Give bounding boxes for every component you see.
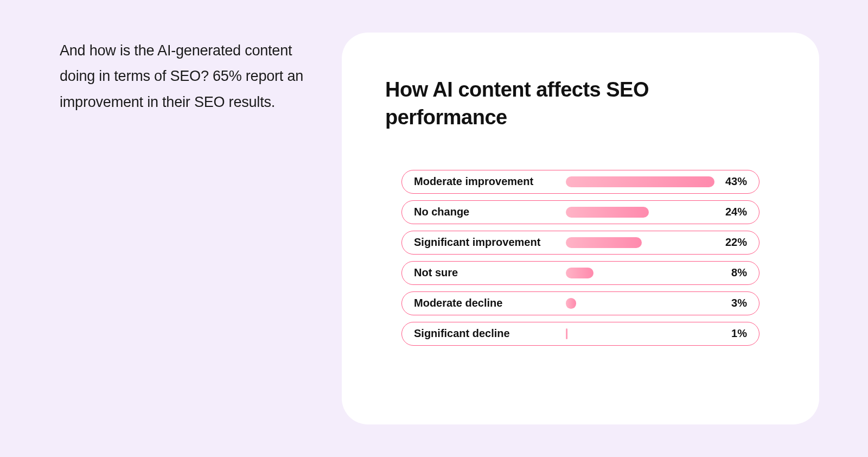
- bar-fill: [566, 207, 649, 218]
- bar-label: Moderate improvement: [414, 175, 566, 188]
- chart-bars: Moderate improvement43%No change24%Signi…: [385, 170, 776, 346]
- bar-fill: [566, 176, 714, 187]
- bar-fill: [566, 237, 642, 248]
- bar-track: [566, 201, 714, 224]
- bar-label: Not sure: [414, 266, 566, 279]
- bar-label: Significant decline: [414, 327, 566, 340]
- bar-row: Significant decline1%: [401, 322, 760, 346]
- bar-fill: [566, 328, 567, 339]
- bar-row: Not sure8%: [401, 261, 760, 285]
- chart-card: How AI content affects SEO performance M…: [342, 33, 819, 424]
- bar-row: No change24%: [401, 200, 760, 224]
- bar-row: Significant improvement22%: [401, 231, 760, 255]
- page-container: And how is the AI-generated content doin…: [0, 0, 868, 457]
- bar-track: [566, 322, 714, 345]
- bar-fill: [566, 268, 593, 278]
- bar-label: Moderate decline: [414, 297, 566, 309]
- chart-title: How AI content affects SEO performance: [385, 76, 776, 132]
- bar-value: 1%: [714, 327, 747, 340]
- bar-value: 43%: [714, 175, 747, 188]
- bar-value: 24%: [714, 206, 747, 218]
- bar-track: [566, 231, 714, 254]
- intro-column: And how is the AI-generated content doin…: [60, 33, 309, 424]
- bar-row: Moderate decline3%: [401, 291, 760, 315]
- bar-track: [566, 170, 714, 193]
- bar-track: [566, 262, 714, 284]
- bar-value: 3%: [714, 297, 747, 309]
- intro-text: And how is the AI-generated content doin…: [60, 38, 309, 115]
- bar-label: Significant improvement: [414, 236, 566, 249]
- bar-label: No change: [414, 206, 566, 218]
- bar-fill: [566, 298, 576, 309]
- bar-value: 8%: [714, 266, 747, 279]
- bar-value: 22%: [714, 236, 747, 249]
- bar-track: [566, 292, 714, 315]
- bar-row: Moderate improvement43%: [401, 170, 760, 194]
